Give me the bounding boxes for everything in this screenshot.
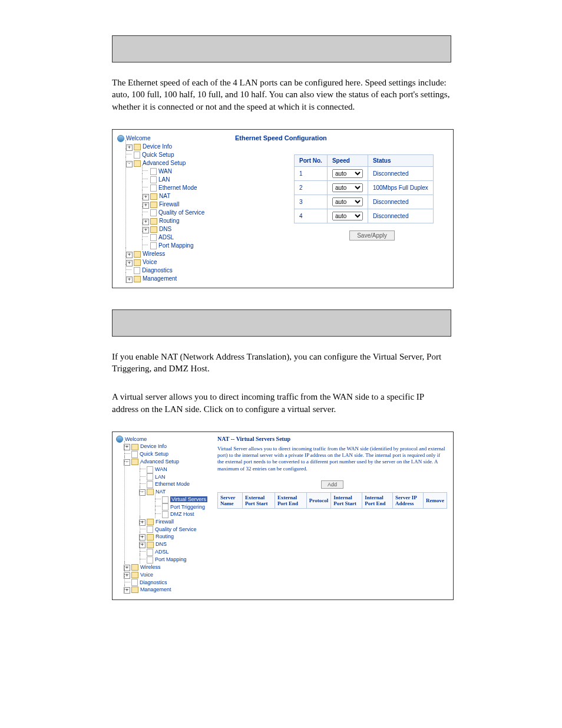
- tree-dmz-host[interactable]: DMZ Host: [170, 511, 194, 517]
- tree-firewall[interactable]: Firewall: [156, 519, 174, 525]
- expander-icon[interactable]: +: [126, 252, 133, 258]
- expander-icon[interactable]: +: [126, 276, 133, 283]
- tree-device-info[interactable]: Device Info: [143, 143, 172, 150]
- tree-dns[interactable]: DNS: [159, 226, 171, 232]
- tree-firewall[interactable]: Firewall: [159, 201, 179, 207]
- tree-voice[interactable]: Voice: [140, 572, 153, 578]
- th-ext-port-start: External Port Start: [242, 492, 275, 508]
- tree-ethernet-mode[interactable]: Ethernet Mode: [158, 185, 197, 191]
- tree-diagnostics[interactable]: Diagnostics: [140, 579, 167, 585]
- folder-icon: [147, 534, 154, 541]
- file-icon: [147, 556, 153, 564]
- globe-icon: [117, 135, 124, 142]
- tree-advanced-setup[interactable]: Advanced Setup: [140, 459, 179, 465]
- folder-open-icon: [134, 160, 141, 167]
- tree-virtual-servers[interactable]: Virtual Servers: [170, 496, 207, 502]
- tree-root[interactable]: Welcome: [126, 135, 151, 141]
- tree-device-info[interactable]: Device Info: [140, 443, 167, 449]
- speed-select[interactable]: auto: [332, 197, 363, 206]
- folder-icon: [150, 202, 157, 208]
- expander-icon[interactable]: -: [124, 459, 130, 466]
- speed-select[interactable]: auto: [332, 169, 363, 178]
- tree-qos[interactable]: Quality of Service: [158, 209, 204, 216]
- ethernet-config-screenshot: Welcome +Device Info Quick Setup -Advanc…: [112, 129, 454, 288]
- file-icon: [150, 185, 157, 192]
- save-apply-button[interactable]: Save/Apply: [349, 230, 395, 241]
- add-button[interactable]: Add: [321, 480, 343, 489]
- file-icon: [147, 473, 153, 480]
- section-banner-2: [112, 309, 451, 337]
- folder-open-icon: [131, 459, 138, 465]
- cell-status: Disconnected: [368, 195, 433, 209]
- tree-port-mapping[interactable]: Port Mapping: [158, 242, 193, 249]
- tree-advanced-setup[interactable]: Advanced Setup: [143, 160, 186, 166]
- folder-icon: [131, 587, 138, 593]
- table-row: 3 auto Disconnected: [295, 195, 434, 209]
- file-icon: [147, 549, 153, 556]
- tree-nat[interactable]: NAT: [159, 193, 170, 199]
- tree-wireless[interactable]: Wireless: [140, 564, 161, 570]
- folder-icon: [150, 193, 157, 200]
- file-icon: [162, 496, 168, 503]
- tree-lan[interactable]: LAN: [158, 176, 170, 183]
- folder-icon: [131, 572, 138, 578]
- folder-icon: [150, 226, 157, 233]
- expander-icon[interactable]: +: [126, 260, 133, 266]
- file-icon: [162, 503, 168, 510]
- tree-quick-setup[interactable]: Quick Setup: [142, 151, 174, 158]
- tree-nat[interactable]: NAT: [156, 489, 166, 495]
- expander-icon[interactable]: +: [124, 587, 130, 594]
- tree-voice[interactable]: Voice: [143, 259, 157, 265]
- ethernet-intro-text: The Ethernet speed of each of the 4 LAN …: [112, 77, 450, 113]
- tree-port-triggering[interactable]: Port Triggering: [170, 504, 205, 510]
- cell-port: 3: [295, 195, 328, 209]
- file-icon: [150, 168, 157, 175]
- vs-description: Virtual Server allows you to direct inco…: [217, 446, 447, 472]
- folder-icon: [150, 218, 157, 225]
- tree-wan[interactable]: WAN: [158, 168, 172, 174]
- file-icon: [147, 481, 153, 488]
- tree-routing[interactable]: Routing: [156, 533, 174, 539]
- tree-wireless[interactable]: Wireless: [143, 251, 165, 257]
- tree-wan[interactable]: WAN: [155, 466, 167, 472]
- tree-management[interactable]: Management: [140, 587, 171, 592]
- tree-management[interactable]: Management: [143, 275, 177, 282]
- file-icon: [162, 511, 168, 518]
- expander-icon[interactable]: +: [143, 202, 149, 209]
- folder-open-icon: [147, 489, 154, 495]
- file-icon: [150, 209, 157, 216]
- expander-icon[interactable]: -: [139, 489, 146, 496]
- tree-port-mapping[interactable]: Port Mapping: [155, 556, 187, 562]
- tree-adsl[interactable]: ADSL: [155, 549, 169, 555]
- th-remove: Remove: [423, 492, 447, 508]
- speed-select[interactable]: auto: [332, 183, 363, 192]
- file-icon: [131, 579, 138, 586]
- cell-status: 100Mbps Full Duplex: [368, 180, 433, 195]
- expander-icon[interactable]: +: [143, 227, 149, 233]
- folder-icon: [131, 444, 138, 450]
- tree-diagnostics[interactable]: Diagnostics: [142, 267, 173, 274]
- file-icon: [150, 242, 157, 249]
- th-int-port-end: Internal Port End: [362, 492, 393, 508]
- file-icon: [134, 151, 140, 159]
- tree-root[interactable]: Welcome: [125, 436, 147, 442]
- tree-routing[interactable]: Routing: [159, 218, 179, 224]
- th-server-ip: Server IP Address: [393, 492, 424, 508]
- tree-qos[interactable]: Quality of Service: [155, 526, 197, 532]
- expander-icon[interactable]: -: [126, 161, 133, 167]
- th-protocol: Protocol: [306, 492, 330, 508]
- file-icon: [147, 526, 153, 533]
- tree-dns[interactable]: DNS: [156, 541, 167, 547]
- folder-icon: [134, 144, 141, 150]
- speed-select[interactable]: auto: [332, 212, 363, 220]
- ethernet-speed-table: Port No. Speed Status 1 auto Disconnecte…: [294, 154, 434, 223]
- expander-icon[interactable]: +: [143, 194, 149, 200]
- expander-icon[interactable]: +: [126, 144, 133, 151]
- expander-icon[interactable]: +: [143, 219, 149, 225]
- tree-ethernet-mode[interactable]: Ethernet Mode: [155, 481, 190, 487]
- tree-lan[interactable]: LAN: [155, 474, 166, 480]
- virtual-servers-screenshot: Welcome +Device Info Quick Setup -Advanc…: [112, 431, 454, 601]
- tree-quick-setup[interactable]: Quick Setup: [140, 451, 168, 457]
- file-icon: [150, 176, 157, 183]
- tree-adsl[interactable]: ADSL: [158, 234, 174, 241]
